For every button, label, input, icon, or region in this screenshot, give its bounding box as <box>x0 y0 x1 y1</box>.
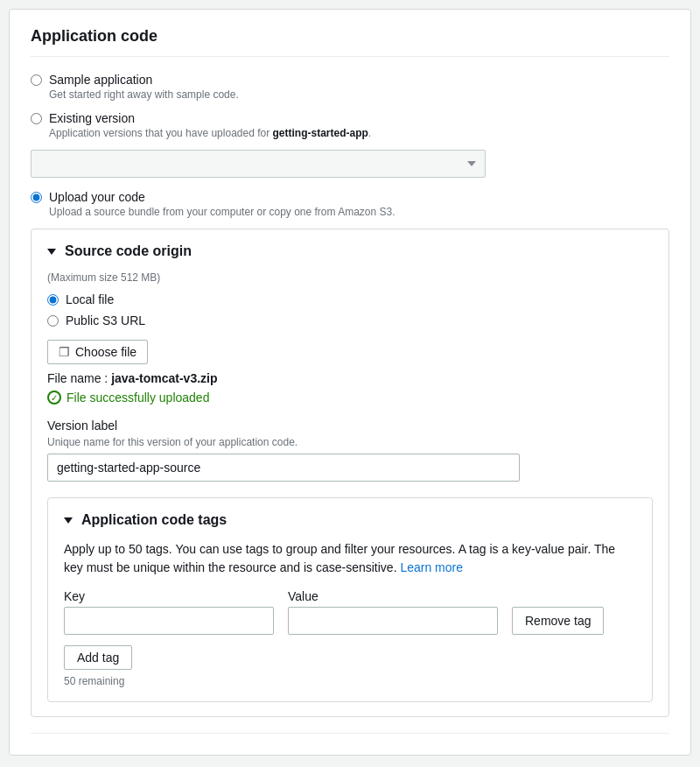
app-code-tags-header: Application code tags <box>64 512 636 528</box>
success-icon: ✓ <box>47 391 61 405</box>
app-code-tags-box: Application code tags Apply up to 50 tag… <box>47 497 653 702</box>
value-field: Value <box>288 589 498 635</box>
collapse-triangle-icon <box>47 249 56 255</box>
page-container: Application code Sample application Get … <box>9 9 691 756</box>
success-message: File successfully uploaded <box>66 391 209 405</box>
value-field-label: Value <box>288 589 498 603</box>
choose-file-button[interactable]: ❐ Choose file <box>47 340 148 364</box>
value-input[interactable] <box>288 607 498 635</box>
source-code-origin-box: Source code origin (Maximum size 512 MB)… <box>31 229 669 717</box>
choose-file-label: Choose file <box>75 345 136 359</box>
app-code-tags-title: Application code tags <box>81 512 227 528</box>
success-row: ✓ File successfully uploaded <box>47 391 653 405</box>
sample-application-label: Sample application <box>49 73 239 87</box>
radio-s3-url-input[interactable] <box>47 315 59 327</box>
page-title: Application code <box>31 27 669 57</box>
tags-description: Apply up to 50 tags. You can use tags to… <box>64 540 636 577</box>
radio-existing-version[interactable]: Existing version Application versions th… <box>31 111 669 139</box>
tags-collapse-icon <box>64 517 73 524</box>
key-field: Key <box>64 589 274 635</box>
radio-existing-input[interactable] <box>31 113 42 124</box>
version-label-sublabel: Unique name for this version of your app… <box>47 436 653 448</box>
remaining-text: 50 remaining <box>64 675 636 687</box>
local-options: Local file Public S3 URL <box>47 292 653 327</box>
existing-version-desc: Application versions that you have uploa… <box>49 127 371 139</box>
file-name-value: java-tomcat-v3.zip <box>111 371 217 385</box>
tags-grid: Key Value Remove tag <box>64 589 636 635</box>
radio-sample-application[interactable]: Sample application Get started right awa… <box>31 73 669 101</box>
local-file-label: Local file <box>66 292 114 306</box>
bottom-divider <box>31 733 669 734</box>
sample-application-desc: Get started right away with sample code. <box>49 88 239 101</box>
remove-tag-button[interactable]: Remove tag <box>512 607 604 635</box>
radio-upload-code[interactable]: Upload your code Upload a source bundle … <box>31 190 669 218</box>
existing-version-dropdown[interactable] <box>31 150 486 178</box>
version-label-section: Version label Unique name for this versi… <box>47 419 653 482</box>
upload-icon: ❐ <box>59 345 70 359</box>
existing-version-dropdown-row <box>31 150 669 178</box>
upload-code-desc: Upload a source bundle from your compute… <box>49 206 396 218</box>
file-input-row: ❐ Choose file <box>47 340 653 364</box>
file-name-row: File name : java-tomcat-v3.zip <box>47 371 653 385</box>
s3-url-label: Public S3 URL <box>66 313 145 327</box>
radio-local-file-input[interactable] <box>47 294 59 306</box>
source-code-origin-header: Source code origin <box>47 243 653 259</box>
add-tag-row: Add tag 50 remaining <box>64 645 636 687</box>
add-tag-button[interactable]: Add tag <box>64 645 132 670</box>
radio-sample-input[interactable] <box>31 74 42 86</box>
radio-upload-input[interactable] <box>31 192 42 203</box>
radio-public-s3[interactable]: Public S3 URL <box>47 313 653 327</box>
learn-more-link[interactable]: Learn more <box>400 560 463 574</box>
version-label-title: Version label <box>47 419 653 433</box>
max-size-label: (Maximum size 512 MB) <box>47 271 653 284</box>
key-input[interactable] <box>64 607 274 635</box>
version-label-input[interactable] <box>47 454 520 482</box>
source-code-origin-title: Source code origin <box>65 243 192 259</box>
existing-version-label: Existing version <box>49 111 371 125</box>
radio-local-file[interactable]: Local file <box>47 292 653 306</box>
key-field-label: Key <box>64 589 274 603</box>
upload-code-label: Upload your code <box>49 190 396 204</box>
